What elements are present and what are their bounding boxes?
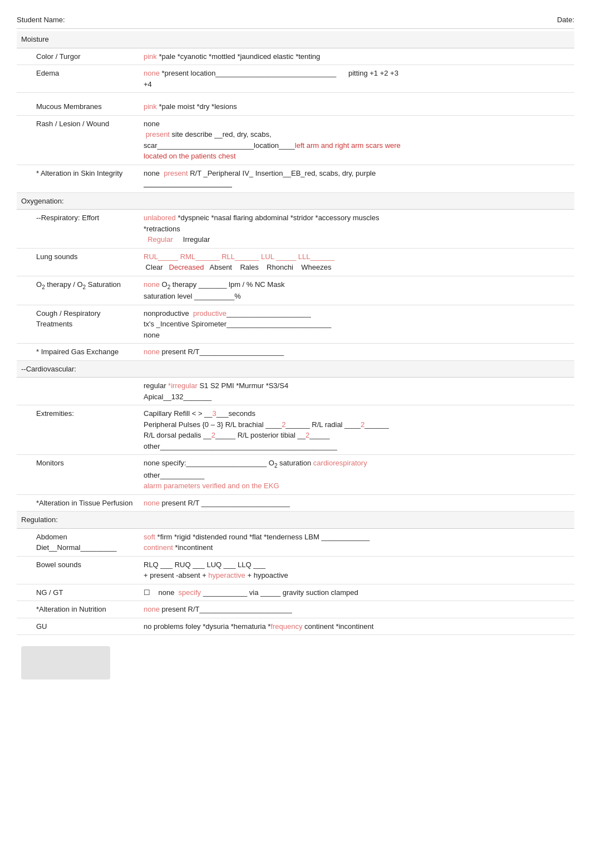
lung-rll: RLL______	[221, 252, 259, 261]
bowel-sounds-value: RLQ ___ RUQ ___ LUQ ___ LLQ ___ + presen…	[139, 556, 574, 584]
student-name-label: Student Name:	[17, 16, 65, 24]
edema-row: Edema none *present location____________…	[17, 65, 574, 93]
impaired-gas-label: * Impaired Gas Exchange	[17, 344, 139, 361]
gu-frequency: frequency	[270, 622, 302, 631]
mucous-pink: pink	[144, 102, 157, 111]
rhythm-irregular: *irregular	[168, 381, 198, 390]
extremities-row: Extremities: Capillary Refill < > __3___…	[17, 405, 574, 455]
ng-gt-label: NG / GT	[17, 584, 139, 601]
cough-respiratory-label: Cough / Respiratory Treatments	[17, 305, 139, 344]
alteration-skin-value: none present R/T _Peripheral IV_ Inserti…	[139, 165, 574, 192]
header-row: Student Name: Date:	[17, 11, 574, 29]
alteration-skin-present: present	[164, 169, 188, 177]
alteration-nutrition-value: none present R/T_______________________	[139, 601, 574, 618]
resp-regular: Regular	[147, 235, 173, 244]
monitors-cardio: cardiorespiratory	[313, 459, 367, 467]
cardiovascular-rhythm-label	[17, 378, 139, 405]
o2-therapy-label: O2 therapy / O2 Saturation	[17, 276, 139, 305]
bottom-image-placeholder	[21, 646, 110, 679]
lung-decreased: Decreased	[169, 263, 204, 271]
respiratory-effort-value: unlabored *dyspneic *nasal flaring abdom…	[139, 210, 574, 249]
rash-label: Rash / Lesion / Wound	[17, 115, 139, 165]
bottom-image-row	[17, 635, 574, 691]
monitors-value: none specify:____________________ O2 sat…	[139, 455, 574, 495]
alteration-nutrition-label: *Alteration in Nutrition	[17, 601, 139, 618]
moisture-section-header: Moisture	[17, 31, 574, 48]
rash-present: present	[146, 130, 170, 138]
alteration-tissue-none: none	[144, 499, 160, 507]
impaired-gas-none: none	[144, 348, 160, 356]
impaired-gas-value: none present R/T_____________________	[139, 344, 574, 361]
respiratory-effort-label: --Respiratory: Effort	[17, 210, 139, 249]
monitors-row: Monitors none specify:__________________…	[17, 455, 574, 495]
extremities-label: Extremities:	[17, 405, 139, 455]
cardiovascular-rhythm-row: regular *irregular S1 S2 PMI *Murmur *S3…	[17, 378, 574, 405]
lung-rml: RML______	[180, 252, 220, 261]
bowel-sounds-label: Bowel sounds	[17, 556, 139, 584]
bowel-hyperactive: hyperactive	[208, 571, 245, 579]
color-turgor-row: Color / Turgor pink *pale *cyanotic *mot…	[17, 48, 574, 65]
bowel-sounds-row: Bowel sounds RLQ ___ RUQ ___ LUQ ___ LLQ…	[17, 556, 574, 584]
cough-respiratory-value: nonproductive productive________________…	[139, 305, 574, 344]
moisture-label: Moisture	[17, 31, 574, 48]
cardiovascular-label: --Cardiovascular:	[17, 360, 574, 378]
alteration-tissue-label: *Alteration in Tissue Perfusion	[17, 494, 139, 512]
lung-lll: LLL______	[298, 252, 334, 261]
o2-therapy-row: O2 therapy / O2 Saturation none O2 thera…	[17, 276, 574, 305]
ng-gt-value: ☐ none specify ___________ via _____ gra…	[139, 584, 574, 601]
o2-none: none	[144, 280, 160, 289]
lung-sounds-label: Lung sounds	[17, 248, 139, 276]
lung-sounds-row: Lung sounds RUL_____ RML______ RLL______…	[17, 248, 574, 276]
abdomen-continent: continent	[144, 543, 173, 552]
o2-therapy-value: none O2 therapy _______ lpm / % NC Mask …	[139, 276, 574, 305]
resp-unlabored: unlabored	[144, 214, 176, 222]
bottom-area	[17, 635, 574, 691]
date-label: Date:	[557, 16, 574, 24]
cough-productive: productive	[193, 309, 226, 318]
tibial-val: 2	[306, 431, 309, 439]
abdomen-row: Abdomen Diet__Normal_________ soft *firm…	[17, 528, 574, 556]
alteration-skin-label: * Alteration in Skin Integrity	[17, 165, 139, 192]
rash-location: left arm and right arm scars were	[295, 141, 401, 150]
ng-specify: specify	[179, 588, 201, 597]
radial-val: 2	[361, 420, 365, 429]
cough-respiratory-row: Cough / Respiratory Treatments nonproduc…	[17, 305, 574, 344]
ng-gt-row: NG / GT ☐ none specify ___________ via _…	[17, 584, 574, 601]
lung-lul: LUL _____	[261, 252, 296, 261]
rash-chest: located on the patients chest	[144, 152, 236, 160]
abdomen-soft: soft	[144, 533, 155, 541]
impaired-gas-row: * Impaired Gas Exchange none present R/T…	[17, 344, 574, 361]
respiratory-effort-row: --Respiratory: Effort unlabored *dyspnei…	[17, 210, 574, 249]
color-turgor-pink: pink	[144, 52, 157, 61]
alteration-nutrition-none: none	[144, 605, 160, 613]
alteration-nutrition-row: *Alteration in Nutrition none present R/…	[17, 601, 574, 618]
edema-value: none *present location__________________…	[139, 65, 574, 93]
mucous-membranes-row: Mucous Membranes pink *pale moist *dry *…	[17, 98, 574, 115]
gu-row: GU no problems foley *dysuria *hematuria…	[17, 618, 574, 635]
lung-rul: RUL_____	[144, 252, 178, 261]
extremities-value: Capillary Refill < > __3___seconds Perip…	[139, 405, 574, 455]
edema-none: none	[144, 69, 160, 77]
alteration-tissue-row: *Alteration in Tissue Perfusion none pre…	[17, 494, 574, 512]
mucous-membranes-label: Mucous Membranes	[17, 98, 139, 115]
gu-value: no problems foley *dysuria *hematuria *f…	[139, 618, 574, 635]
regulation-section-header: Regulation:	[17, 512, 574, 529]
cardiovascular-rhythm-value: regular *irregular S1 S2 PMI *Murmur *S3…	[139, 378, 574, 405]
page: Student Name: Date: Moisture Color / Tur…	[0, 0, 591, 702]
rash-value: none present site describe __red, dry, s…	[139, 115, 574, 165]
edema-label: Edema	[17, 65, 139, 93]
spacer-1	[17, 93, 574, 99]
color-turgor-value: pink *pale *cyanotic *mottled *jaundiced…	[139, 48, 574, 65]
brachial-val: 2	[282, 420, 285, 429]
spacer-row-1	[17, 93, 574, 99]
regulation-label: Regulation:	[17, 512, 574, 529]
abdomen-value: soft *firm *rigid *distended round *flat…	[139, 528, 574, 556]
oxygenation-label: Oxygenation:	[17, 192, 574, 210]
monitors-label: Monitors	[17, 455, 139, 495]
abdomen-label: Abdomen Diet__Normal_________	[17, 528, 139, 556]
lung-sounds-value: RUL_____ RML______ RLL______ LUL _____ L…	[139, 248, 574, 276]
gu-label: GU	[17, 618, 139, 635]
color-turgor-label: Color / Turgor	[17, 48, 139, 65]
mucous-membranes-value: pink *pale moist *dry *lesions	[139, 98, 574, 115]
main-table: Moisture Color / Turgor pink *pale *cyan…	[17, 31, 574, 691]
